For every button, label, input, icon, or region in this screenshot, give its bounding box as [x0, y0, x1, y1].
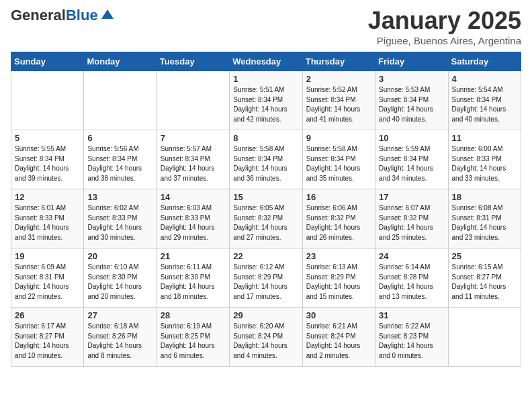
day-info: Sunrise: 6:06 AM Sunset: 8:32 PM Dayligh…: [306, 203, 371, 242]
day-info: Sunrise: 5:59 AM Sunset: 8:34 PM Dayligh…: [379, 144, 444, 183]
day-number: 29: [233, 310, 298, 320]
calendar-cell: [157, 71, 229, 130]
day-number: 31: [379, 310, 444, 320]
calendar-cell: 6Sunrise: 5:56 AM Sunset: 8:34 PM Daylig…: [84, 130, 157, 189]
svg-marker-0: [101, 9, 114, 19]
day-number: 25: [452, 251, 517, 261]
day-number: 12: [15, 192, 80, 202]
col-header-saturday: Saturday: [448, 52, 521, 71]
logo-icon: [100, 8, 115, 20]
day-info: Sunrise: 6:22 AM Sunset: 8:23 PM Dayligh…: [379, 322, 444, 361]
subtitle: Piguee, Buenos Aires, Argentina: [368, 35, 521, 46]
day-number: 6: [87, 133, 152, 143]
day-number: 2: [306, 74, 371, 84]
calendar-cell: 24Sunrise: 6:14 AM Sunset: 8:28 PM Dayli…: [375, 248, 448, 308]
col-header-sunday: Sunday: [11, 52, 84, 71]
title-block: January 2025 Piguee, Buenos Aires, Argen…: [368, 7, 521, 46]
calendar-cell: 15Sunrise: 6:05 AM Sunset: 8:32 PM Dayli…: [230, 189, 302, 248]
day-number: 11: [452, 133, 517, 143]
calendar-cell: 3Sunrise: 5:53 AM Sunset: 8:34 PM Daylig…: [375, 71, 448, 130]
day-number: 4: [452, 74, 517, 84]
calendar-cell: 23Sunrise: 6:13 AM Sunset: 8:29 PM Dayli…: [302, 248, 375, 308]
day-number: 17: [379, 192, 444, 202]
calendar-table: SundayMondayTuesdayWednesdayThursdayFrid…: [11, 52, 521, 367]
day-number: 24: [379, 251, 444, 261]
calendar-cell: 7Sunrise: 5:57 AM Sunset: 8:34 PM Daylig…: [157, 130, 229, 189]
calendar-cell: 29Sunrise: 6:20 AM Sunset: 8:24 PM Dayli…: [230, 308, 302, 367]
col-header-thursday: Thursday: [302, 52, 375, 71]
header: GeneralBlue January 2025 Piguee, Buenos …: [11, 7, 521, 46]
week-row-2: 5Sunrise: 5:55 AM Sunset: 8:34 PM Daylig…: [11, 130, 521, 189]
calendar-cell: 18Sunrise: 6:08 AM Sunset: 8:31 PM Dayli…: [448, 189, 521, 248]
day-info: Sunrise: 5:55 AM Sunset: 8:34 PM Dayligh…: [15, 144, 80, 183]
day-number: 8: [233, 133, 298, 143]
calendar-cell: 31Sunrise: 6:22 AM Sunset: 8:23 PM Dayli…: [375, 308, 448, 367]
calendar-cell: 2Sunrise: 5:52 AM Sunset: 8:34 PM Daylig…: [302, 71, 375, 130]
header-row: SundayMondayTuesdayWednesdayThursdayFrid…: [11, 52, 521, 71]
calendar-cell: 26Sunrise: 6:17 AM Sunset: 8:27 PM Dayli…: [11, 308, 84, 367]
week-row-1: 1Sunrise: 5:51 AM Sunset: 8:34 PM Daylig…: [11, 71, 521, 130]
day-number: 13: [87, 192, 152, 202]
day-number: 18: [452, 192, 517, 202]
day-info: Sunrise: 6:09 AM Sunset: 8:31 PM Dayligh…: [15, 263, 80, 302]
day-info: Sunrise: 5:54 AM Sunset: 8:34 PM Dayligh…: [452, 85, 517, 124]
day-number: 10: [379, 133, 444, 143]
day-info: Sunrise: 6:19 AM Sunset: 8:25 PM Dayligh…: [161, 322, 226, 361]
day-number: 16: [306, 192, 371, 202]
calendar-cell: [11, 71, 84, 130]
day-info: Sunrise: 6:15 AM Sunset: 8:27 PM Dayligh…: [452, 263, 517, 302]
calendar-cell: [448, 308, 521, 367]
calendar-cell: 25Sunrise: 6:15 AM Sunset: 8:27 PM Dayli…: [448, 248, 521, 308]
week-row-3: 12Sunrise: 6:01 AM Sunset: 8:33 PM Dayli…: [11, 189, 521, 248]
calendar-cell: [84, 71, 157, 130]
calendar-cell: 1Sunrise: 5:51 AM Sunset: 8:34 PM Daylig…: [230, 71, 302, 130]
day-info: Sunrise: 6:14 AM Sunset: 8:28 PM Dayligh…: [379, 263, 444, 302]
day-number: 21: [161, 251, 226, 261]
day-info: Sunrise: 6:05 AM Sunset: 8:32 PM Dayligh…: [233, 203, 298, 242]
day-number: 22: [233, 251, 298, 261]
day-info: Sunrise: 6:11 AM Sunset: 8:30 PM Dayligh…: [161, 263, 226, 302]
day-number: 27: [87, 310, 152, 320]
day-number: 7: [161, 133, 226, 143]
day-number: 20: [87, 251, 152, 261]
day-number: 28: [161, 310, 226, 320]
day-info: Sunrise: 6:07 AM Sunset: 8:32 PM Dayligh…: [379, 203, 444, 242]
logo-blue: Blue: [66, 7, 98, 24]
day-number: 30: [306, 310, 371, 320]
day-info: Sunrise: 5:52 AM Sunset: 8:34 PM Dayligh…: [306, 85, 371, 124]
calendar-cell: 16Sunrise: 6:06 AM Sunset: 8:32 PM Dayli…: [302, 189, 375, 248]
logo: GeneralBlue: [11, 7, 115, 24]
day-number: 3: [379, 74, 444, 84]
calendar-cell: 20Sunrise: 6:10 AM Sunset: 8:30 PM Dayli…: [84, 248, 157, 308]
day-number: 1: [233, 74, 298, 84]
day-info: Sunrise: 6:17 AM Sunset: 8:27 PM Dayligh…: [15, 322, 80, 361]
logo-general-text: GeneralBlue: [11, 7, 98, 24]
day-info: Sunrise: 6:18 AM Sunset: 8:26 PM Dayligh…: [87, 322, 152, 361]
week-row-5: 26Sunrise: 6:17 AM Sunset: 8:27 PM Dayli…: [11, 308, 521, 367]
calendar-cell: 5Sunrise: 5:55 AM Sunset: 8:34 PM Daylig…: [11, 130, 84, 189]
day-info: Sunrise: 6:20 AM Sunset: 8:24 PM Dayligh…: [233, 322, 298, 361]
day-info: Sunrise: 6:21 AM Sunset: 8:24 PM Dayligh…: [306, 322, 371, 361]
day-info: Sunrise: 6:10 AM Sunset: 8:30 PM Dayligh…: [87, 263, 152, 302]
day-info: Sunrise: 5:58 AM Sunset: 8:34 PM Dayligh…: [306, 144, 371, 183]
day-info: Sunrise: 5:53 AM Sunset: 8:34 PM Dayligh…: [379, 85, 444, 124]
col-header-tuesday: Tuesday: [157, 52, 229, 71]
col-header-wednesday: Wednesday: [230, 52, 302, 71]
calendar-cell: 11Sunrise: 6:00 AM Sunset: 8:33 PM Dayli…: [448, 130, 521, 189]
calendar-cell: 17Sunrise: 6:07 AM Sunset: 8:32 PM Dayli…: [375, 189, 448, 248]
calendar-cell: 8Sunrise: 5:58 AM Sunset: 8:34 PM Daylig…: [230, 130, 302, 189]
day-number: 14: [161, 192, 226, 202]
day-info: Sunrise: 6:08 AM Sunset: 8:31 PM Dayligh…: [452, 203, 517, 242]
calendar-cell: 14Sunrise: 6:03 AM Sunset: 8:33 PM Dayli…: [157, 189, 229, 248]
calendar-cell: 13Sunrise: 6:02 AM Sunset: 8:33 PM Dayli…: [84, 189, 157, 248]
calendar-cell: 10Sunrise: 5:59 AM Sunset: 8:34 PM Dayli…: [375, 130, 448, 189]
day-info: Sunrise: 6:02 AM Sunset: 8:33 PM Dayligh…: [87, 203, 152, 242]
day-info: Sunrise: 5:58 AM Sunset: 8:34 PM Dayligh…: [233, 144, 298, 183]
day-number: 9: [306, 133, 371, 143]
day-info: Sunrise: 5:57 AM Sunset: 8:34 PM Dayligh…: [161, 144, 226, 183]
day-info: Sunrise: 6:13 AM Sunset: 8:29 PM Dayligh…: [306, 263, 371, 302]
calendar-cell: 9Sunrise: 5:58 AM Sunset: 8:34 PM Daylig…: [302, 130, 375, 189]
day-number: 26: [15, 310, 80, 320]
calendar-cell: 22Sunrise: 6:12 AM Sunset: 8:29 PM Dayli…: [230, 248, 302, 308]
calendar-cell: 19Sunrise: 6:09 AM Sunset: 8:31 PM Dayli…: [11, 248, 84, 308]
